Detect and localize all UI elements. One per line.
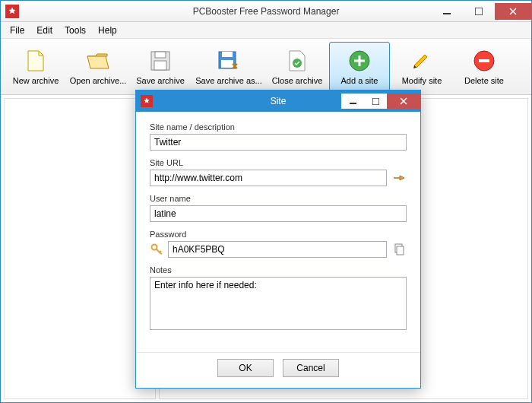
dialog-title: Site: [271, 96, 287, 106]
close-archive-label: Close archive: [272, 76, 323, 85]
open-archive-label: Open archive...: [70, 76, 127, 85]
notes-group: Notes: [150, 265, 407, 332]
svg-rect-6: [222, 52, 233, 57]
svg-rect-12: [350, 103, 356, 104]
save-archive-button[interactable]: Save archive: [130, 42, 191, 91]
svg-rect-16: [397, 246, 404, 255]
toolbar: New archive Open archive... Save archive…: [1, 39, 531, 95]
modify-site-button[interactable]: Modify site: [391, 42, 452, 91]
user-name-label: User name: [150, 194, 407, 203]
pointing-hand-icon[interactable]: [391, 170, 407, 186]
close-icon: [509, 8, 517, 15]
new-file-icon: [24, 49, 48, 73]
menu-edit[interactable]: Edit: [30, 24, 59, 37]
menu-tools[interactable]: Tools: [59, 24, 92, 37]
dialog-footer: OK Cancel: [136, 352, 420, 388]
site-url-label: Site URL: [150, 158, 407, 167]
site-dialog: Site Site name / description Site URL: [135, 90, 421, 389]
delete-site-button[interactable]: Delete site: [454, 42, 515, 91]
menu-file[interactable]: File: [4, 24, 30, 37]
key-icon: [150, 243, 163, 255]
dialog-body: Site name / description Site URL User na…: [136, 112, 420, 347]
edit-icon: [410, 49, 434, 73]
folder-open-icon: [86, 49, 110, 73]
maximize-icon: [372, 98, 379, 105]
svg-rect-1: [475, 8, 483, 15]
dialog-controls: [341, 94, 420, 109]
notes-textarea[interactable]: [150, 277, 407, 330]
dialog-minimize-button[interactable]: [341, 94, 364, 109]
site-url-input[interactable]: [150, 170, 387, 186]
modify-site-label: Modify site: [402, 76, 442, 85]
close-archive-icon: [285, 49, 309, 73]
delete-icon: [472, 49, 496, 73]
menu-help[interactable]: Help: [92, 24, 123, 37]
site-name-group: Site name / description: [150, 122, 407, 151]
site-url-group: Site URL: [150, 158, 407, 186]
save-as-icon: [217, 49, 241, 73]
open-archive-button[interactable]: Open archive...: [68, 42, 128, 91]
save-archive-as-label: Save archive as...: [195, 76, 261, 85]
copy-icon[interactable]: [391, 242, 407, 257]
minimize-icon: [443, 8, 451, 15]
new-archive-button[interactable]: New archive: [5, 42, 66, 91]
site-name-input[interactable]: [150, 134, 407, 151]
close-archive-button[interactable]: Close archive: [267, 42, 328, 91]
dialog-titlebar: Site: [136, 90, 420, 112]
maximize-button[interactable]: [463, 3, 495, 20]
main-titlebar: PCBooster Free Password Manager: [1, 1, 531, 22]
svg-rect-13: [372, 98, 379, 105]
user-name-input[interactable]: [150, 205, 407, 222]
maximize-icon: [475, 8, 483, 15]
notes-label: Notes: [150, 265, 407, 274]
password-group: Password: [150, 230, 407, 258]
close-icon: [400, 97, 407, 105]
ok-button[interactable]: OK: [217, 359, 274, 377]
close-button[interactable]: [495, 3, 531, 20]
minimize-icon: [350, 98, 356, 105]
save-archive-label: Save archive: [136, 76, 185, 85]
window-title: PCBooster Free Password Manager: [193, 6, 340, 17]
save-icon: [148, 49, 173, 73]
svg-rect-11: [479, 59, 489, 62]
dialog-app-icon: [141, 95, 153, 107]
cancel-button[interactable]: Cancel: [283, 359, 339, 377]
user-name-group: User name: [150, 194, 407, 222]
app-icon: [5, 5, 19, 18]
dialog-maximize-button[interactable]: [364, 94, 387, 109]
password-label: Password: [150, 230, 407, 239]
sidebar-panel[interactable]: [4, 98, 156, 399]
new-archive-label: New archive: [13, 76, 59, 85]
minimize-button[interactable]: [431, 3, 463, 20]
add-icon: [347, 49, 372, 73]
password-input[interactable]: [168, 241, 387, 258]
delete-site-label: Delete site: [464, 76, 504, 85]
add-site-button[interactable]: Add a site: [329, 42, 390, 91]
svg-rect-4: [154, 61, 166, 70]
dialog-close-button[interactable]: [387, 94, 420, 109]
svg-rect-7: [221, 60, 233, 68]
save-archive-as-button[interactable]: Save archive as...: [192, 42, 265, 91]
menubar: File Edit Tools Help: [1, 22, 531, 39]
add-site-label: Add a site: [341, 76, 378, 85]
svg-rect-0: [443, 13, 451, 14]
svg-rect-3: [155, 52, 166, 58]
site-name-label: Site name / description: [150, 122, 407, 132]
window-controls: [431, 3, 531, 20]
